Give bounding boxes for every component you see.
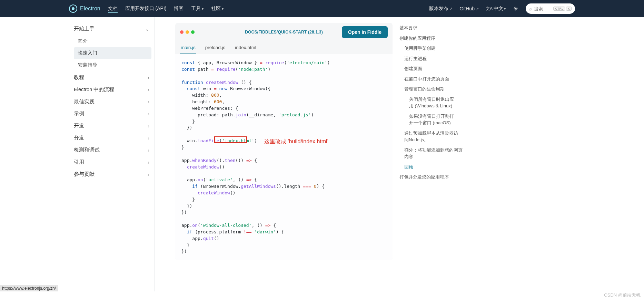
search-icon: ⌕ — [529, 6, 532, 11]
nav-api[interactable]: 应用开发接口 (API) — [125, 4, 167, 13]
code-body: const { app, BrowserWindow } = require('… — [175, 54, 393, 260]
sidebar-cat-best[interactable]: 最佳实践› — [72, 96, 154, 108]
window-dots — [180, 30, 195, 34]
close-dot-icon — [180, 30, 184, 34]
nav-docs[interactable]: 文档 — [108, 4, 118, 13]
theme-toggle-icon[interactable]: ☀ — [513, 6, 519, 12]
toc-create-app[interactable]: 创建你的应用程序 — [399, 33, 524, 44]
chevron-right-icon: › — [148, 147, 149, 153]
status-bar-url: https://www.electronjs.org/zh/ — [0, 285, 58, 291]
toc-preload[interactable]: 通过预加载脚本从渲染器访问Node.js。 — [399, 128, 458, 145]
toc-open-window[interactable]: 在窗口中打开您的页面 — [399, 74, 524, 84]
sidebar-cat-dist[interactable]: 分发› — [72, 132, 154, 144]
chevron-right-icon: › — [148, 160, 149, 165]
chevron-right-icon: › — [148, 99, 149, 105]
navbar-right: 版本发布 GitHub 文A 中文 ☀ ⌕ CTRL K — [429, 3, 575, 14]
sidebar-cat-tutorial[interactable]: 教程› — [72, 71, 154, 84]
main-layout: 开始上手⌄ 简介 快速入门 安装指导 教程› Electron 中的流程› 最佳… — [0, 17, 644, 291]
main-content: DOCS/FIDDLES/QUICK-START (28.1.3) Open i… — [155, 17, 399, 291]
nav-language[interactable]: 文A 中文 — [486, 4, 506, 13]
tab-main-js[interactable]: main.js — [180, 41, 196, 54]
toc-basic-req[interactable]: 基本要求 — [399, 23, 524, 33]
sidebar-cat-ref[interactable]: 引用› — [72, 156, 154, 168]
nav-releases[interactable]: 版本发布 — [429, 4, 453, 13]
sidebar-cat-dev[interactable]: 开发› — [72, 120, 154, 132]
annotation-highlight-box — [214, 136, 247, 143]
sidebar-cat-examples[interactable]: 示例› — [72, 108, 154, 120]
tab-index-html[interactable]: index.html — [234, 41, 257, 54]
toc-manage-lifecycle[interactable]: 管理窗口的生命周期 — [399, 84, 524, 94]
search-kbd-hint: CTRL K — [553, 7, 572, 11]
code-window: DOCS/FIDDLES/QUICK-START (28.1.3) Open i… — [175, 23, 393, 260]
open-in-fiddle-button[interactable]: Open in Fiddle — [342, 26, 388, 38]
sidebar-cat-getting-started[interactable]: 开始上手⌄ — [72, 23, 154, 35]
chevron-right-icon: › — [148, 123, 149, 129]
sidebar-left: 开始上手⌄ 简介 快速入门 安装指导 教程› Electron 中的流程› 最佳… — [0, 17, 155, 291]
nav-community[interactable]: 社区 — [211, 4, 224, 13]
electron-logo-icon — [69, 4, 77, 13]
toc-open-if-none[interactable]: 如果没有窗口打开则打开一个窗口 (macOS) — [399, 111, 458, 128]
watermark: CSDN @前端无帆 — [0, 291, 641, 299]
code-tabs: main.js preload.js index.html — [175, 41, 393, 54]
navbar: Electron 文档 应用开发接口 (API) 博客 工具 社区 版本发布 G… — [0, 0, 644, 17]
code-header: DOCS/FIDDLES/QUICK-START (28.1.3) Open i… — [175, 23, 393, 41]
toc-review[interactable]: 回顾 — [399, 162, 524, 172]
sidebar-cat-debug[interactable]: 检测和调试› — [72, 144, 154, 156]
toc-scaffold[interactable]: 使用脚手架创建 — [399, 43, 524, 54]
chevron-right-icon: › — [148, 135, 149, 141]
sidebar-cat-process[interactable]: Electron 中的流程› — [72, 84, 154, 96]
sidebar-cat-contribute[interactable]: 参与贡献› — [72, 168, 154, 180]
navbar-left: Electron 文档 应用开发接口 (API) 博客 工具 社区 — [69, 4, 224, 13]
chevron-right-icon: › — [148, 111, 149, 117]
chevron-right-icon: › — [148, 172, 149, 177]
sidebar-item-install[interactable]: 安装指导 — [74, 59, 151, 71]
search-box[interactable]: ⌕ CTRL K — [526, 3, 575, 14]
maximize-dot-icon — [191, 30, 195, 34]
toc-extra[interactable]: 额外：将功能添加到您的网页内容 — [399, 145, 463, 162]
annotation-text: 这里改成 'build/index.html' — [264, 137, 328, 145]
toc-create-page[interactable]: 创建页面 — [399, 64, 524, 74]
brand-name: Electron — [80, 6, 100, 12]
minimize-dot-icon — [186, 30, 189, 34]
nav-blog[interactable]: 博客 — [174, 4, 184, 13]
sidebar-item-intro[interactable]: 简介 — [74, 35, 151, 47]
kbd-ctrl: CTRL — [553, 7, 565, 11]
tab-preload-js[interactable]: preload.js — [205, 41, 226, 54]
kbd-k: K — [566, 7, 572, 11]
chevron-right-icon: › — [148, 87, 149, 93]
table-of-contents: 基本要求 创建你的应用程序 使用脚手架创建 运行主进程 创建页面 在窗口中打开您… — [399, 17, 531, 291]
chevron-right-icon: › — [148, 75, 149, 80]
toc-close-all[interactable]: 关闭所有窗口时退出应用 (Windows & Linux) — [399, 94, 458, 111]
chevron-down-icon: ⌄ — [145, 26, 149, 32]
sidebar-item-quickstart[interactable]: 快速入门 — [74, 47, 151, 59]
toc-package[interactable]: 打包并分发您的应用程序 — [399, 172, 524, 182]
logo-wrap[interactable]: Electron — [69, 4, 100, 13]
toc-run-main[interactable]: 运行主进程 — [399, 54, 524, 64]
search-input[interactable] — [534, 6, 551, 11]
nav-tools[interactable]: 工具 — [191, 4, 204, 13]
nav-github[interactable]: GitHub — [459, 4, 479, 13]
